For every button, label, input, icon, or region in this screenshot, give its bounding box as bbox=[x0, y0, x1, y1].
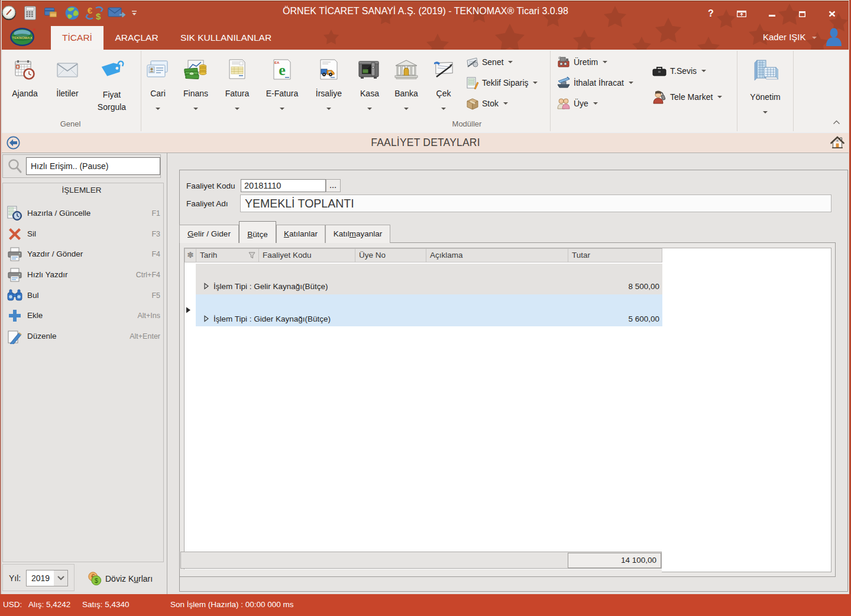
svg-text:€: € bbox=[88, 5, 93, 15]
svg-text:e: e bbox=[279, 61, 286, 79]
svg-text:$: $ bbox=[96, 11, 101, 21]
svg-text:TEKNOMAX: TEKNOMAX bbox=[12, 36, 32, 40]
svg-text:$: $ bbox=[95, 578, 98, 584]
